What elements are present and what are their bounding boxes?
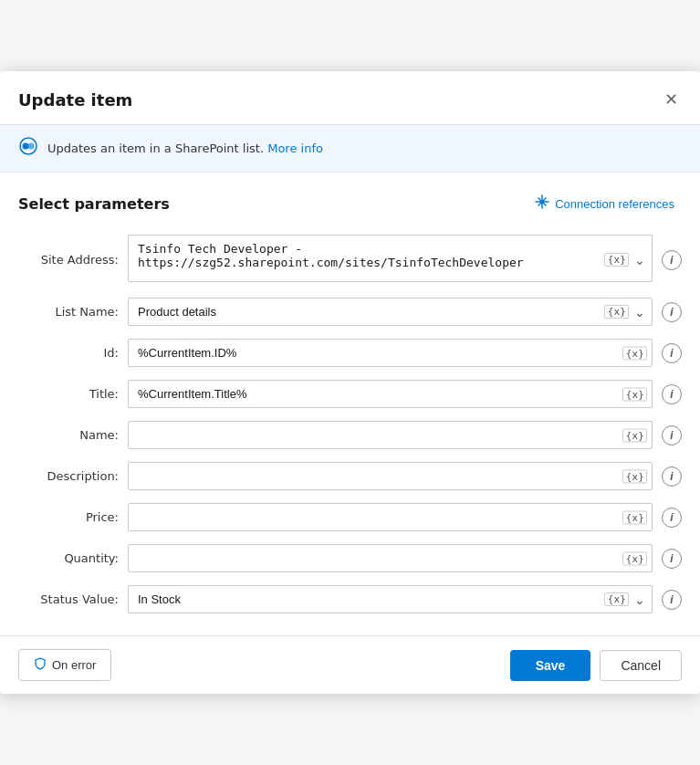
status-value-label: Status Value:	[18, 592, 119, 606]
status-value-input-wrap: {x} ⌄	[128, 585, 653, 613]
name-actions: {x}	[622, 428, 647, 442]
section-title: Select parameters	[18, 195, 170, 213]
svg-point-1	[23, 143, 29, 150]
title-input[interactable]	[128, 380, 653, 408]
price-actions: {x}	[622, 510, 647, 524]
site-address-input[interactable]: Tsinfo Tech Developer - https://szg52.sh…	[128, 235, 653, 282]
name-info-button[interactable]: i	[662, 425, 682, 445]
status-value-input[interactable]	[128, 585, 653, 613]
expression-token: {x}	[622, 510, 647, 524]
on-error-label: On error	[52, 658, 96, 672]
expression-token: {x}	[604, 592, 629, 606]
info-icon: i	[670, 347, 673, 360]
dialog-footer: On error Save Cancel	[0, 635, 700, 694]
expression-token: {x}	[622, 469, 647, 483]
id-row: Id: {x} i	[18, 339, 682, 367]
expression-token: {x}	[622, 346, 647, 360]
name-label: Name:	[18, 428, 119, 442]
list-name-input[interactable]	[128, 298, 653, 326]
connection-references-label: Connection references	[555, 197, 674, 211]
expression-token: {x}	[604, 253, 629, 267]
status-value-info-button[interactable]: i	[662, 590, 682, 610]
title-row: Title: {x} i	[18, 380, 682, 408]
expression-token: {x}	[604, 305, 629, 319]
quantity-actions: {x}	[622, 551, 647, 565]
info-icon: i	[670, 388, 673, 401]
title-actions: {x}	[622, 387, 647, 401]
price-label: Price:	[18, 510, 119, 524]
on-error-button[interactable]: On error	[18, 649, 111, 681]
name-input[interactable]	[128, 421, 653, 449]
info-icon: i	[670, 511, 673, 524]
svg-point-2	[28, 143, 35, 150]
section-header: Select parameters Connection references	[18, 191, 682, 216]
info-icon: i	[670, 254, 673, 267]
close-icon: ✕	[664, 89, 678, 110]
chevron-down-icon: ⌄	[634, 253, 645, 267]
title-label: Title:	[18, 387, 119, 401]
dialog-header: Update item ✕	[0, 71, 700, 125]
quantity-input[interactable]	[128, 544, 653, 572]
description-label: Description:	[18, 469, 119, 483]
id-input[interactable]	[128, 339, 653, 367]
list-name-label: List Name:	[18, 305, 119, 319]
more-info-link[interactable]: More info	[267, 141, 323, 155]
quantity-info-button[interactable]: i	[662, 549, 682, 569]
description-input-wrap: {x}	[128, 462, 653, 490]
chevron-down-icon: ⌄	[634, 592, 645, 607]
update-item-dialog: Update item ✕ Updates an item in a Share…	[0, 71, 700, 694]
info-icon: i	[670, 429, 673, 442]
description-row: Description: {x} i	[18, 462, 682, 490]
list-name-input-wrap: {x} ⌄	[128, 298, 653, 326]
site-address-info-button[interactable]: i	[662, 250, 682, 270]
expression-token: {x}	[622, 428, 647, 442]
title-info-button[interactable]: i	[662, 384, 682, 404]
list-name-actions: {x} ⌄	[604, 303, 647, 321]
expression-token: {x}	[622, 551, 647, 565]
info-banner-text: Updates an item in a SharePoint list. Mo…	[47, 141, 323, 155]
status-value-row: Status Value: {x} ⌄ i	[18, 585, 682, 613]
description-actions: {x}	[622, 469, 647, 483]
info-icon: i	[670, 470, 673, 483]
price-input-wrap: {x}	[128, 503, 653, 531]
list-name-dropdown-button[interactable]: ⌄	[632, 303, 647, 321]
info-icon: i	[670, 593, 673, 606]
name-row: Name: {x} i	[18, 421, 682, 449]
name-input-wrap: {x}	[128, 421, 653, 449]
status-value-actions: {x} ⌄	[604, 591, 647, 609]
sharepoint-icon	[18, 136, 38, 161]
id-input-wrap: {x}	[128, 339, 653, 367]
site-address-input-wrap: Tsinfo Tech Developer - https://szg52.sh…	[128, 235, 653, 285]
site-address-dropdown-button[interactable]: ⌄	[632, 251, 647, 269]
dialog-title: Update item	[18, 90, 132, 110]
price-info-button[interactable]: i	[662, 508, 682, 528]
list-name-row: List Name: {x} ⌄ i	[18, 298, 682, 326]
expression-token: {x}	[622, 387, 647, 401]
list-name-info-button[interactable]: i	[662, 302, 682, 322]
site-address-row: Site Address: Tsinfo Tech Developer - ht…	[18, 235, 682, 285]
quantity-row: Quantity: {x} i	[18, 544, 682, 572]
description-info-button[interactable]: i	[662, 466, 682, 487]
id-label: Id:	[18, 346, 119, 360]
save-button[interactable]: Save	[510, 650, 591, 681]
info-icon: i	[670, 552, 673, 565]
connection-icon	[535, 194, 549, 213]
site-address-label: Site Address:	[18, 253, 119, 267]
quantity-label: Quantity:	[18, 551, 119, 565]
info-banner: Updates an item in a SharePoint list. Mo…	[0, 125, 700, 173]
site-address-actions: {x} ⌄	[604, 251, 647, 269]
quantity-input-wrap: {x}	[128, 544, 653, 572]
price-input[interactable]	[128, 503, 653, 531]
close-button[interactable]: ✕	[661, 86, 682, 113]
description-input[interactable]	[128, 462, 653, 490]
price-row: Price: {x} i	[18, 503, 682, 531]
footer-right-actions: Save Cancel	[510, 650, 682, 681]
chevron-down-icon: ⌄	[634, 305, 645, 320]
connection-references-button[interactable]: Connection references	[528, 191, 682, 216]
cancel-button[interactable]: Cancel	[600, 650, 682, 681]
id-actions: {x}	[622, 346, 647, 360]
id-info-button[interactable]: i	[662, 343, 682, 363]
shield-icon	[34, 657, 47, 673]
status-value-dropdown-button[interactable]: ⌄	[632, 591, 647, 609]
content-area: Select parameters Connection references …	[0, 173, 700, 635]
